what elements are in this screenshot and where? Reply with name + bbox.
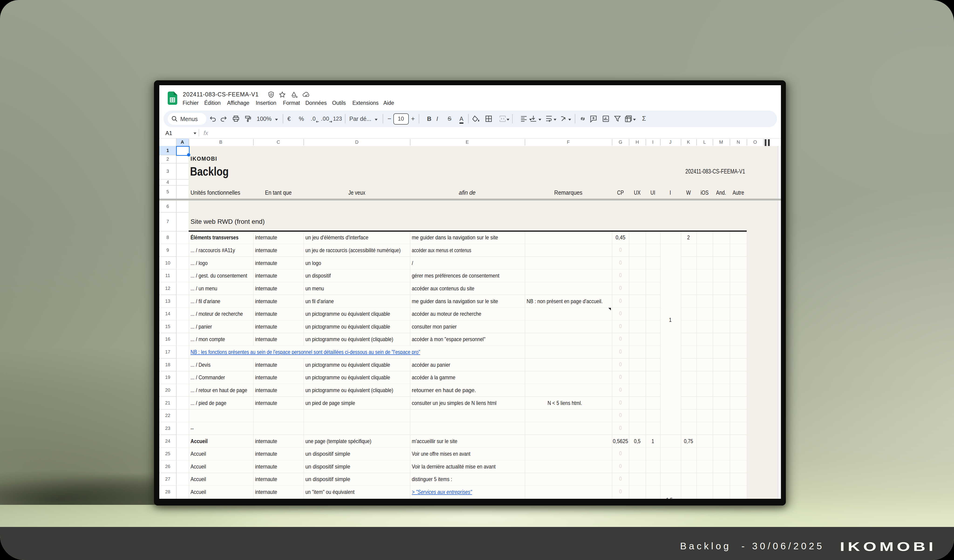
svg-text:@: @ — [270, 93, 273, 96]
